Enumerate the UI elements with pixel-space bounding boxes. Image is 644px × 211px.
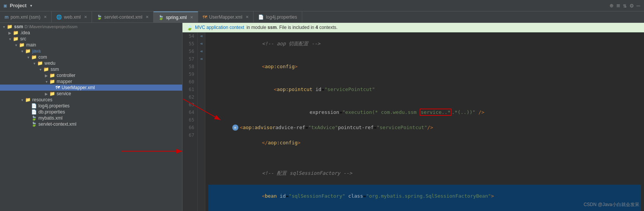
editor: 🍃 MVC application context in module ssm.… — [182, 23, 644, 211]
code-line-61: <!-- 配置 sqlSessionFactory --> — [208, 162, 641, 185]
title-bar-text: Project — [10, 3, 27, 8]
title-dropdown-icon[interactable]: ▾ — [30, 3, 33, 8]
tab-log4j[interactable]: 📄 log4j.properties — [254, 11, 302, 22]
tree-item-wedu[interactable]: ▾ 📁 wedu — [0, 60, 182, 66]
mvc-icon: 🍃 — [186, 24, 193, 30]
code-line-54: <!-- aop 切面配置 --> — [208, 32, 641, 55]
folder-icon-src: 📁 — [13, 36, 19, 42]
file-icon-servlet-context: 🍃 — [31, 121, 37, 127]
file-icon-usermapper: 🗺 — [56, 85, 60, 90]
code-line-56: <aop:pointcut id="servicePointcut" — [208, 78, 641, 101]
tree-item-usermapper-xml[interactable]: 🗺 UserMapper.xml — [0, 85, 182, 91]
file-icon-db: 📄 — [31, 109, 37, 115]
minimize-icon[interactable]: — — [636, 2, 640, 9]
git-avatar: m — [232, 125, 238, 131]
gutter: ⊲ ⊲ ⊲ ⊲ — [198, 32, 205, 211]
folder-icon-ssm-sub: 📁 — [43, 67, 49, 72]
folder-icon-resources: 📁 — [25, 97, 31, 102]
tree-item-idea[interactable]: ▶ 📁 .idea — [0, 30, 182, 36]
title-bar: ▣ Project ▾ ⊕ ≡ ⇅ ⚙ — — [0, 0, 644, 11]
code-line-58: m <aop:advisor advice-ref="txAdvice" poi… — [208, 124, 641, 131]
tree-item-controller[interactable]: ▶ 📁 controller — [0, 72, 182, 78]
project-icon: ▣ — [4, 3, 7, 8]
main-content: ▾ 📁 ssm D:\Maven\mavenproject\ssm ▶ 📁 .i… — [0, 23, 644, 211]
folder-icon-ssm: 📁 — [7, 24, 13, 29]
file-icon-mybatis: 🍃 — [31, 115, 37, 121]
code-line-57: expression="execution(* com.wedu.ssm ser… — [208, 101, 641, 124]
tab-pom[interactable]: m pom.xml (ssm) ✕ — [0, 11, 52, 22]
tree-item-servlet-context[interactable]: 🍃 servlet-context.xml — [0, 121, 182, 127]
tree-item-main[interactable]: ▾ 📁 main — [0, 42, 182, 48]
tree-item-com[interactable]: ▾ 📁 com — [0, 54, 182, 60]
mvc-link[interactable]: MVC application context — [195, 25, 244, 30]
code-content[interactable]: <!-- aop 切面配置 --> <aop:config> <aop:poin… — [205, 32, 644, 211]
tab-webxml[interactable]: 🌐 web.xml ✕ — [52, 11, 92, 22]
folder-icon-controller: 📁 — [49, 73, 55, 78]
sidebar-tree: ▾ 📁 ssm D:\Maven\mavenproject\ssm ▶ 📁 .i… — [0, 23, 182, 211]
editor-wrapper: 🍃 MVC application context in module ssm.… — [182, 23, 644, 211]
code-line-55: <aop:config> — [208, 55, 641, 78]
tree-item-ssm[interactable]: ▾ 📁 ssm D:\Maven\mavenproject\ssm — [0, 24, 182, 30]
code-line-62: <bean id="sqlSessionFactory" class="org.… — [208, 185, 641, 208]
code-line-63: <property name="dataSource" ref="dataSou… — [208, 208, 641, 211]
tab-usermapper[interactable]: 🗺 UserMapper.xml ✕ — [198, 11, 254, 22]
tree-item-mapper[interactable]: ▾ 📁 mapper — [0, 78, 182, 85]
tab-spring[interactable]: 🍃 spring.xml ✕ — [154, 11, 198, 22]
tree-item-db[interactable]: 📄 db.properties — [0, 109, 182, 115]
file-icon-log4j: 📄 — [31, 103, 37, 109]
list-icon[interactable]: ≡ — [616, 2, 620, 9]
tree-item-service[interactable]: ▶ 📁 service — [0, 91, 182, 97]
tree-item-ssm-sub[interactable]: ▾ 📁 ssm — [0, 66, 182, 72]
info-module-text: in module ssm. File is included in 4 con… — [246, 25, 338, 30]
info-bar: 🍃 MVC application context in module ssm.… — [182, 23, 644, 32]
tab-servlet[interactable]: 🍃 servlet-context.xml ✕ — [92, 11, 154, 22]
tree-item-log4j[interactable]: 📄 log4j.properties — [0, 103, 182, 109]
settings-icon[interactable]: ⚙ — [630, 2, 634, 9]
folder-icon-com: 📁 — [31, 54, 37, 60]
tree-item-java[interactable]: ▾ 📁 java — [0, 48, 182, 54]
folder-icon-main: 📁 — [19, 42, 25, 48]
tab-bar: m pom.xml (ssm) ✕ 🌐 web.xml ✕ 🍃 servlet-… — [0, 11, 644, 23]
tree-item-mybatis[interactable]: 🍃 mybatis.xml — [0, 115, 182, 121]
add-icon[interactable]: ⊕ — [610, 2, 614, 9]
sidebar: ▾ 📁 ssm D:\Maven\mavenproject\ssm ▶ 📁 .i… — [0, 23, 182, 211]
folder-icon-java: 📁 — [25, 48, 31, 54]
sort-icon[interactable]: ⇅ — [623, 2, 627, 9]
folder-icon-mapper: 📁 — [49, 79, 55, 84]
code-area[interactable]: 54 55 56 57 58 59 60 61 62 63 64 65 66 6… — [182, 32, 644, 211]
line-numbers: 54 55 56 57 58 59 60 61 62 63 64 65 66 6… — [182, 32, 198, 211]
code-line-59: </aop:config> — [208, 131, 641, 154]
folder-icon-wedu: 📁 — [37, 61, 43, 66]
tree-item-src[interactable]: ▾ 📁 src — [0, 36, 182, 42]
code-line-60 — [208, 154, 641, 162]
folder-icon-idea: 📁 — [13, 30, 19, 35]
watermark: CSDN @Java小白就会发呆 — [584, 201, 639, 208]
tree-item-resources[interactable]: ▾ 📁 resources — [0, 97, 182, 103]
folder-icon-service: 📁 — [49, 91, 55, 96]
